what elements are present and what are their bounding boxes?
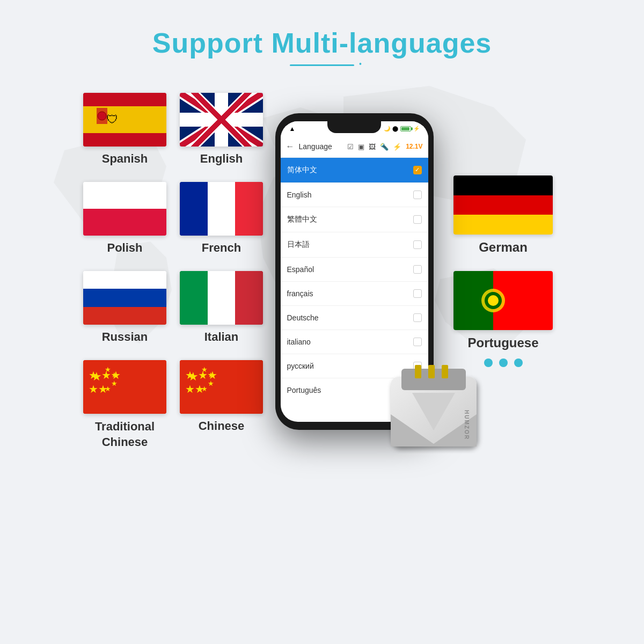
flag-item-polish: Polish: [82, 182, 168, 255]
svg-line-5: [180, 93, 263, 147]
language-item-spanish[interactable]: Español: [281, 258, 428, 282]
svg-text:★: ★: [105, 365, 111, 374]
bolt-icon: ⚡: [413, 126, 420, 131]
svg-rect-19: [83, 289, 166, 307]
video-icon[interactable]: ▣: [358, 143, 364, 151]
svg-rect-44: [453, 175, 553, 195]
status-right: 🌙 ⬤ ⚡: [384, 126, 420, 131]
svg-point-3: [98, 112, 106, 120]
lang-checkbox-french[interactable]: [413, 289, 422, 298]
flag-item-trad-chinese: ★ ★ ★ ★ ★ TraditionalChinese: [82, 360, 168, 450]
svg-rect-23: [235, 271, 263, 325]
flag-label-german: German: [479, 240, 528, 255]
toolbar-icons: ☑ ▣ 🖼 🔦 ⚡ 12.1V: [347, 143, 422, 151]
svg-text:★: ★: [201, 365, 208, 374]
svg-rect-20: [83, 307, 166, 325]
bluetooth-icon[interactable]: ⚡: [393, 143, 401, 151]
svg-text:★: ★: [105, 385, 111, 393]
lang-text-english: English: [287, 191, 413, 199]
lang-checkbox-trad-chinese[interactable]: [413, 215, 422, 224]
svg-rect-14: [83, 209, 166, 236]
voltage-display: 12.1V: [406, 143, 422, 150]
lang-text-french: français: [287, 289, 413, 298]
lang-checkbox-simplified-chinese[interactable]: ✓: [413, 166, 422, 174]
svg-text:★: ★: [201, 385, 208, 393]
language-item-english[interactable]: English: [281, 183, 428, 207]
svg-rect-9: [215, 93, 228, 147]
flag-label-russian: Russian: [102, 330, 148, 344]
svg-rect-39: [428, 365, 435, 378]
svg-rect-15: [180, 182, 208, 236]
page: Support Multi-languages Spanish: [0, 0, 644, 644]
svg-rect-16: [208, 182, 235, 236]
language-item-italian[interactable]: italiano: [281, 330, 428, 354]
flag-spain: [83, 93, 166, 147]
svg-text:★: ★: [208, 379, 214, 387]
wifi-icon: ▲: [289, 125, 296, 133]
language-item-french[interactable]: français: [281, 282, 428, 306]
flag-uk: [180, 93, 263, 147]
lang-checkbox-german[interactable]: [413, 313, 422, 322]
lang-checkbox-japanese[interactable]: [413, 240, 422, 249]
svg-text:★: ★: [91, 370, 102, 383]
header: Support Multi-languages: [152, 0, 492, 66]
image-icon[interactable]: 🖼: [369, 143, 376, 151]
language-item-german[interactable]: Deutsche: [281, 306, 428, 330]
lang-text-spanish: Español: [287, 265, 413, 274]
flag-label-english: English: [200, 152, 243, 166]
svg-line-6: [180, 93, 263, 147]
flag-label-portuguese: Portuguese: [467, 335, 538, 350]
flag-italy: [180, 271, 263, 325]
flag-label-chinese: Chinese: [199, 419, 245, 433]
lang-checkbox-english[interactable]: [413, 191, 422, 199]
flags-left-panel: Spanish: [82, 93, 265, 450]
lang-checkbox-spanish[interactable]: [413, 265, 422, 274]
svg-rect-46: [453, 215, 553, 235]
svg-rect-38: [415, 365, 421, 378]
svg-rect-13: [83, 182, 166, 209]
svg-rect-24: [83, 360, 166, 414]
flag-item-english: English: [179, 93, 265, 166]
moon-icon: 🌙: [384, 126, 390, 131]
svg-text:★: ★: [188, 370, 199, 383]
svg-rect-30: [180, 360, 263, 414]
svg-rect-10: [180, 113, 263, 127]
language-item-trad-chinese[interactable]: 繁體中文: [281, 207, 428, 232]
language-item-japanese[interactable]: 日本語: [281, 232, 428, 258]
flag-france: [180, 182, 263, 236]
flag-label-spanish: Spanish: [102, 152, 148, 166]
lang-text-simplified-chinese: 简体中文: [287, 165, 413, 175]
dot-2: [499, 358, 508, 367]
main-content: Spanish: [0, 93, 644, 450]
svg-text:★: ★: [208, 371, 214, 379]
svg-rect-22: [208, 271, 235, 325]
phone-mockup: ▲ 🌙 ⬤ ⚡ ←: [275, 113, 434, 430]
flag-label-french: French: [202, 241, 241, 255]
svg-line-8: [180, 93, 263, 147]
lang-text-german: Deutsche: [287, 313, 413, 322]
svg-rect-17: [235, 182, 263, 236]
lang-checkbox-italian[interactable]: [413, 338, 422, 346]
svg-rect-40: [442, 365, 448, 378]
flag-label-polish: Polish: [107, 241, 142, 255]
language-item-simplified-chinese[interactable]: 简体中文 ✓: [281, 158, 428, 183]
flag-item-russian: Russian: [82, 271, 168, 344]
dot-3: [514, 358, 523, 367]
flag-item-chinese: ★ ★ ★ ★ ★ Chinese: [179, 360, 265, 450]
header-underline: [290, 64, 354, 66]
svg-text:HUMZOR: HUMZOR: [464, 410, 470, 440]
obd-device: HUMZOR: [380, 361, 487, 459]
svg-rect-45: [453, 195, 553, 215]
flashlight-icon[interactable]: 🔦: [380, 143, 389, 151]
back-button[interactable]: ←: [286, 142, 295, 151]
flag-chinese: ★ ★ ★ ★ ★: [180, 360, 263, 414]
edit-icon[interactable]: ☑: [347, 143, 354, 151]
svg-rect-11: [217, 93, 226, 147]
flag-russia: [83, 271, 166, 325]
battery-fill: [401, 127, 409, 130]
svg-rect-18: [83, 271, 166, 289]
phone-notch: [327, 121, 381, 133]
svg-rect-4: [180, 93, 263, 147]
flag-item-french: French: [179, 182, 265, 255]
phone-obd-group: ▲ 🌙 ⬤ ⚡ ←: [275, 113, 434, 430]
